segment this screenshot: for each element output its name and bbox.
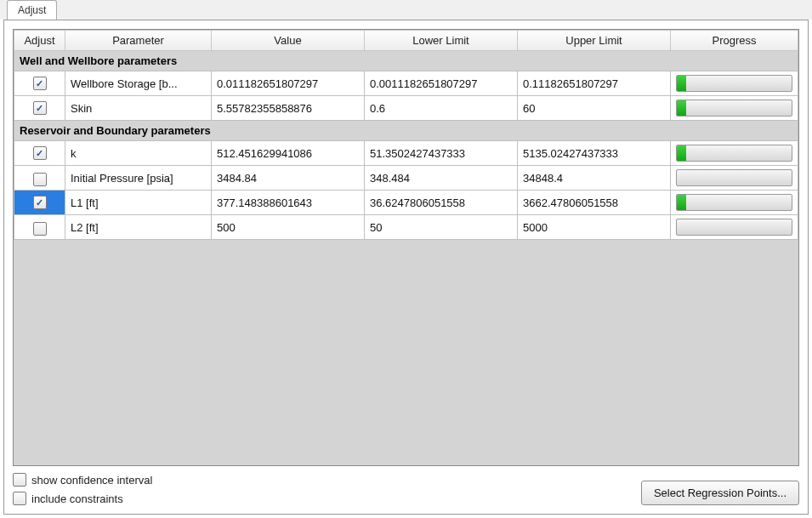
checkbox-icon xyxy=(13,473,26,487)
table-row[interactable]: k512.45162994108651.35024274373335135.02… xyxy=(14,141,798,166)
progress-fill xyxy=(677,145,686,161)
table-row[interactable]: Wellbore Storage [b...0.0111826518072970… xyxy=(14,71,798,96)
parameter-cell[interactable]: Skin xyxy=(65,96,212,121)
value-cell[interactable]: 5.55782355858876 xyxy=(212,96,365,121)
table-row[interactable]: L1 [ft]377.14838860164336.62478060515583… xyxy=(14,191,798,215)
col-header-adjust[interactable]: Adjust xyxy=(14,31,65,51)
parameter-cell[interactable]: L2 [ft] xyxy=(65,215,212,240)
upper-limit-cell[interactable]: 34848.4 xyxy=(518,166,671,191)
adjust-cell[interactable] xyxy=(14,71,65,96)
select-regression-points-button[interactable]: Select Regression Points... xyxy=(641,481,799,505)
parameter-cell[interactable]: Wellbore Storage [b... xyxy=(65,71,212,96)
progress-cell xyxy=(671,215,798,240)
content-frame: Adjust Parameter Value Lower Limit Upper… xyxy=(3,20,809,515)
adjust-cell[interactable] xyxy=(14,141,65,166)
upper-limit-cell[interactable]: 5000 xyxy=(518,215,671,240)
col-header-progress[interactable]: Progress xyxy=(671,31,798,51)
lower-limit-cell[interactable]: 0.6 xyxy=(365,96,518,121)
value-cell[interactable]: 500 xyxy=(212,215,365,240)
adjust-checkbox[interactable] xyxy=(33,101,47,115)
lower-limit-cell[interactable]: 0.0011182651807297 xyxy=(365,71,518,96)
upper-limit-cell[interactable]: 3662.47806051558 xyxy=(518,191,671,215)
upper-limit-cell[interactable]: 5135.02427437333 xyxy=(518,141,671,166)
table-row[interactable]: Initial Pressure [psia]3484.84348.484348… xyxy=(14,166,798,191)
progress-bar xyxy=(676,169,792,186)
progress-bar xyxy=(676,219,792,236)
table-row[interactable]: Skin5.557823558588760.660 xyxy=(14,96,798,121)
progress-bar xyxy=(676,194,792,211)
adjust-cell[interactable] xyxy=(14,191,65,215)
progress-bar xyxy=(676,75,792,92)
lower-limit-cell[interactable]: 348.484 xyxy=(365,166,518,191)
lower-limit-cell[interactable]: 36.6247806051558 xyxy=(365,191,518,215)
progress-cell xyxy=(671,141,798,166)
group-header: Reservoir and Boundary parameters xyxy=(14,121,798,141)
bottom-bar: show confidence interval include constra… xyxy=(13,466,799,505)
parameter-cell[interactable]: Initial Pressure [psia] xyxy=(65,166,212,191)
value-cell[interactable]: 377.148388601643 xyxy=(212,191,365,215)
value-cell[interactable]: 512.451629941086 xyxy=(212,141,365,166)
col-header-upper[interactable]: Upper Limit xyxy=(518,31,671,51)
value-cell[interactable]: 0.011182651807297 xyxy=(212,71,365,96)
adjust-checkbox[interactable] xyxy=(33,146,47,160)
group-header: Well and Wellbore parameters xyxy=(14,51,798,71)
checkbox-icon xyxy=(13,492,26,505)
parameter-cell[interactable]: L1 [ft] xyxy=(65,191,212,215)
include-constraints-checkbox[interactable]: include constraints xyxy=(13,492,152,505)
adjust-checkbox[interactable] xyxy=(33,222,47,236)
lower-limit-cell[interactable]: 51.3502427437333 xyxy=(365,141,518,166)
upper-limit-cell[interactable]: 60 xyxy=(518,96,671,121)
adjust-checkbox[interactable] xyxy=(33,196,47,209)
progress-fill xyxy=(677,100,686,116)
progress-cell xyxy=(671,166,798,191)
upper-limit-cell[interactable]: 0.11182651807297 xyxy=(518,71,671,96)
adjust-cell[interactable] xyxy=(14,215,65,240)
adjust-cell[interactable] xyxy=(14,96,65,121)
col-header-parameter[interactable]: Parameter xyxy=(65,31,212,51)
progress-bar xyxy=(676,145,792,162)
tab-bar: Adjust xyxy=(0,0,812,20)
lower-limit-cell[interactable]: 50 xyxy=(365,215,518,240)
progress-cell xyxy=(671,191,798,215)
include-constraints-label: include constraints xyxy=(31,492,123,505)
table-row[interactable]: L2 [ft]500505000 xyxy=(14,215,798,240)
col-header-value[interactable]: Value xyxy=(212,31,365,51)
col-header-lower[interactable]: Lower Limit xyxy=(365,31,518,51)
parameter-cell[interactable]: k xyxy=(65,141,212,166)
adjust-checkbox[interactable] xyxy=(33,173,47,186)
value-cell[interactable]: 3484.84 xyxy=(212,166,365,191)
progress-fill xyxy=(677,76,686,91)
progress-cell xyxy=(671,96,798,121)
show-confidence-interval-checkbox[interactable]: show confidence interval xyxy=(13,473,152,487)
tab-adjust[interactable]: Adjust xyxy=(7,0,57,20)
show-confidence-label: show confidence interval xyxy=(31,474,152,487)
progress-bar xyxy=(676,100,792,117)
adjust-checkbox[interactable] xyxy=(33,77,47,90)
parameters-grid: Adjust Parameter Value Lower Limit Upper… xyxy=(13,29,799,466)
progress-fill xyxy=(677,195,686,210)
adjust-cell[interactable] xyxy=(14,166,65,191)
progress-cell xyxy=(671,71,798,96)
